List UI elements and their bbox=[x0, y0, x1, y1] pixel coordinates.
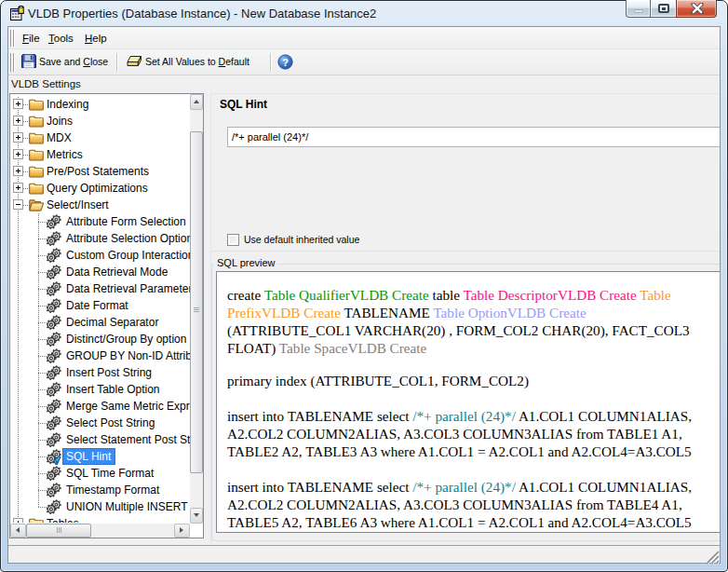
svg-text:?: ? bbox=[282, 57, 289, 68]
